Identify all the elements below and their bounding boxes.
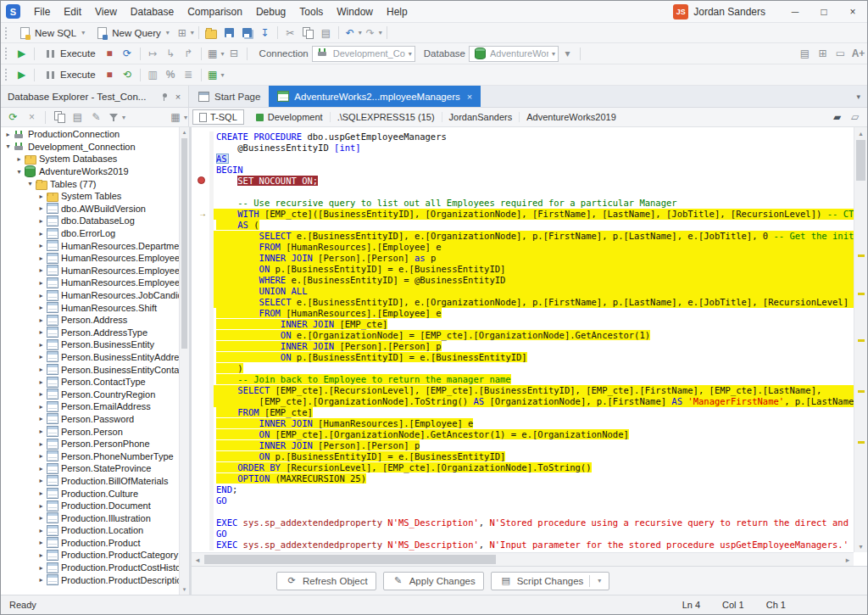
tree-item[interactable]: ▸dbo.AWBuildVersion — [1, 203, 179, 215]
tree-item[interactable]: ▸Person.BusinessEntityContact — [1, 363, 179, 376]
editor-gutter[interactable] — [192, 484, 214, 495]
chevron-right-icon[interactable]: ▸ — [36, 292, 46, 299]
breakpoint-icon[interactable] — [198, 176, 205, 184]
tree-item[interactable]: ▸Production.Document — [1, 500, 179, 512]
copy-icon[interactable] — [299, 25, 317, 42]
redo-icon[interactable]: ↷▾ — [363, 25, 383, 42]
editor-horizontal-scrollbar[interactable]: ◂ ▸ — [192, 552, 854, 566]
editor-gutter[interactable] — [192, 451, 214, 462]
editor-gutter[interactable] — [192, 352, 214, 363]
tree-item[interactable]: ▸Person.Address — [1, 314, 179, 327]
refresh-document-icon[interactable]: ⟳ — [119, 45, 136, 62]
chevron-right-icon[interactable]: ▸ — [3, 131, 13, 138]
chevron-right-icon[interactable]: ▸ — [36, 230, 46, 238]
editor-gutter[interactable] — [192, 176, 214, 187]
tree-scrollbar[interactable]: ▴ ▾ — [179, 127, 189, 595]
code-line[interactable]: CREATE PROCEDURE dbo.uspGetEmployeeManag… — [214, 131, 854, 143]
code-line[interactable]: ORDER BY [RecursionLevel], [EMP_cte].[Or… — [214, 462, 854, 473]
tree-item[interactable]: ▸System Databases — [1, 153, 179, 165]
editor-gutter[interactable] — [192, 374, 214, 385]
table-data-icon[interactable]: ▦▾ — [205, 66, 225, 83]
code-line[interactable]: FROM [HumanResources].[Employee] e — [214, 242, 854, 253]
tree-item[interactable]: ▸HumanResources.EmployeeDepartmentHistor… — [1, 265, 179, 277]
editor-gutter[interactable] — [192, 165, 214, 176]
scroll-up-icon[interactable]: ▴ — [854, 127, 867, 139]
chevron-right-icon[interactable]: ▸ — [36, 551, 46, 559]
close-button[interactable]: × — [838, 1, 867, 22]
scroll-right-icon[interactable]: ▸ — [842, 553, 854, 566]
editor-vscroll-thumb[interactable] — [856, 140, 865, 181]
scroll-down-icon[interactable]: ▾ — [854, 540, 867, 552]
sqlbar-connection[interactable]: Development — [249, 112, 330, 122]
editor-gutter[interactable] — [192, 286, 214, 297]
editor-gutter[interactable] — [192, 528, 214, 540]
tree-item[interactable]: ▸Person.Password — [1, 413, 179, 426]
chevron-right-icon[interactable]: ▸ — [36, 576, 46, 584]
code-line[interactable]: ON p.[BusinessEntityID] = e.[BusinessEnt… — [214, 264, 854, 275]
scroll-down-icon[interactable]: ▾ — [180, 584, 189, 595]
editor-gutter[interactable] — [192, 275, 214, 286]
editor-gutter[interactable] — [192, 242, 214, 253]
tsql-button[interactable]: T-SQL — [192, 109, 244, 125]
chevron-right-icon[interactable]: ▸ — [36, 341, 46, 349]
editor-gutter[interactable] — [192, 473, 214, 484]
menu-edit[interactable]: Edit — [57, 1, 88, 22]
code-line[interactable]: @BusinessEntityID [int] — [214, 143, 854, 154]
editor-vertical-scrollbar[interactable]: ▴ ▾ — [854, 127, 867, 552]
code-line[interactable]: BEGIN — [214, 165, 854, 176]
chevron-right-icon[interactable]: ▸ — [36, 328, 46, 336]
tree-item[interactable]: ▸Person.ContactType — [1, 376, 179, 389]
chevron-right-icon[interactable]: ▸ — [36, 452, 46, 460]
step-into-icon[interactable]: ↳ — [162, 45, 180, 62]
sqlbar-user[interactable]: JordanSanders — [442, 112, 520, 122]
apply-changes-button[interactable]: ✎Apply Changes — [383, 572, 484, 590]
editor-gutter[interactable] — [192, 220, 214, 231]
menu-tools[interactable]: Tools — [292, 1, 330, 22]
scroll-up-icon[interactable]: ▴ — [180, 127, 189, 137]
tree-item[interactable]: ▸Person.AddressType — [1, 327, 179, 339]
execute-button[interactable]: Execute — [38, 46, 101, 61]
database-combo[interactable]: AdventureWorks20...▾ — [469, 46, 559, 62]
code-line[interactable]: END; — [214, 484, 854, 495]
cut-icon[interactable]: ✂ — [281, 25, 299, 42]
code-line[interactable]: SET NOCOUNT ON; — [214, 176, 854, 187]
paste-icon[interactable]: ▤ — [317, 25, 335, 42]
stop-refresh-icon[interactable]: × — [23, 109, 41, 126]
user-name[interactable]: Jordan Sanders — [693, 6, 765, 18]
tree-item[interactable]: ▸Person.CountryRegion — [1, 388, 179, 400]
chevron-right-icon[interactable]: ▸ — [36, 353, 46, 361]
code-line[interactable]: [EMP_cte].[OrganizationNode].ToString() … — [214, 396, 854, 407]
code-line[interactable]: ON p.[BusinessEntityID] = e.[BusinessEnt… — [214, 352, 854, 363]
editor-gutter[interactable] — [192, 231, 214, 242]
editor-gutter[interactable] — [192, 517, 214, 528]
code-line[interactable]: SELECT e.[BusinessEntityID], e.[Organiza… — [214, 297, 854, 308]
toolbar-grip[interactable] — [5, 69, 9, 81]
menu-debug[interactable]: Debug — [249, 1, 292, 22]
tree-item[interactable]: ▸HumanResources.Shift — [1, 301, 179, 314]
tree-item[interactable]: ▸Production.BillOfMaterials — [1, 475, 179, 488]
commit-icon[interactable]: ↧ — [256, 25, 274, 42]
step-over-icon[interactable]: ↦ — [144, 45, 162, 62]
tree-item[interactable]: ▸dbo.DatabaseLog — [1, 215, 179, 227]
tree-item[interactable]: ▸HumanResources.JobCandidate — [1, 289, 179, 302]
chevron-right-icon[interactable]: ▸ — [36, 242, 46, 249]
tree-item[interactable]: ▸Production.ProductDescription — [1, 573, 179, 586]
code-line[interactable]: INNER JOIN [Person].[Person] p — [214, 341, 854, 352]
code-line[interactable]: SELECT [EMP_cte].[RecursionLevel], [EMP_… — [214, 385, 854, 396]
tree-item[interactable]: ▸System Tables — [1, 190, 179, 203]
copy-object-icon[interactable] — [50, 109, 68, 126]
tree-item[interactable]: ▸Person.Person — [1, 425, 179, 438]
chevron-right-icon[interactable]: ▸ — [36, 316, 46, 324]
chevron-right-icon[interactable]: ▸ — [36, 304, 46, 311]
chevron-down-icon[interactable]: ▾ — [14, 168, 24, 176]
editor-gutter[interactable] — [192, 264, 214, 275]
chevron-right-icon[interactable]: ▸ — [36, 378, 46, 386]
tree-item[interactable]: ▸Person.EmailAddress — [1, 400, 179, 413]
code-line[interactable]: INNER JOIN [HumanResources].[Employee] e — [214, 418, 854, 429]
edit-object-icon[interactable]: ✎ — [87, 109, 105, 126]
script-object-icon[interactable]: ▤ — [69, 109, 86, 126]
execution-plan-icon[interactable]: ≣ — [180, 66, 198, 83]
editor-gutter[interactable] — [192, 154, 214, 165]
code-line[interactable]: -- Join back to Employee to return the m… — [214, 374, 854, 385]
chevron-right-icon[interactable]: ▸ — [36, 539, 46, 546]
